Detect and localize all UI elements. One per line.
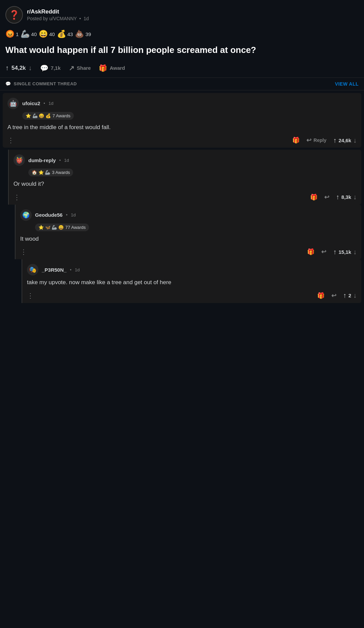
- award-count-5: 39: [85, 31, 91, 37]
- more-options-icon-4[interactable]: ⋮: [27, 292, 34, 300]
- comment-awards-1: ⭐ 🦾 😄 💰 7 Awards: [7, 112, 357, 120]
- posted-by: Posted by u/VCMANNY • 1d: [27, 16, 89, 21]
- comment-time-2: •: [59, 158, 61, 163]
- subreddit-name[interactable]: r/AskReddit: [27, 8, 89, 15]
- award-count-1: 1: [16, 31, 19, 37]
- single-comment-label: 💬 SINGLE COMMENT THREAD: [5, 81, 77, 86]
- award-badge-3: ⭐ 🦋 🦾 😄 77 Awards: [35, 223, 89, 231]
- comment-vote-count-2: 8,3k: [341, 194, 351, 200]
- reply-button-4[interactable]: ↩: [331, 292, 336, 299]
- comment-avatar-3[interactable]: 🌍: [20, 209, 32, 221]
- award-item-3: 😄 40: [39, 30, 55, 38]
- award-item-4: 💰 43: [57, 30, 73, 38]
- comment-age-2: 1d: [64, 158, 69, 163]
- comment-upvote-icon-3[interactable]: ↑: [333, 248, 336, 256]
- award-emoji-2: 🦾: [21, 30, 30, 38]
- comment-card-4: 🎭 _P3R50N_ • 1d take my upvote. now make…: [22, 259, 361, 303]
- award-badge-1: ⭐ 🦾 😄 💰 7 Awards: [22, 112, 74, 120]
- comment-text-3: It wood: [20, 235, 357, 243]
- reply-button-2[interactable]: ↩: [324, 193, 329, 201]
- comment-icon: 💬: [40, 64, 49, 72]
- comment-downvote-icon-1[interactable]: ↓: [353, 137, 357, 144]
- comment-vote-1: ↑ 24,6k ↓: [333, 137, 357, 144]
- comment-header-4: 🎭 _P3R50N_ • 1d: [27, 264, 357, 275]
- downvote-icon[interactable]: ↓: [29, 64, 32, 72]
- more-options-icon-2[interactable]: ⋮: [13, 193, 20, 201]
- award-item-1: 😡 1: [5, 30, 19, 38]
- subreddit-avatar[interactable]: ❓: [5, 6, 23, 24]
- comment-avatar-1[interactable]: 🤖: [7, 98, 19, 109]
- comments-button[interactable]: 💬 7,1k: [40, 64, 61, 72]
- comment-vote-3: ↑ 15,1k ↓: [333, 248, 357, 256]
- award-count-2: 40: [31, 31, 37, 37]
- comment-vote-count-3: 15,1k: [338, 249, 351, 255]
- avatar-emoji: ❓: [9, 10, 20, 20]
- comment-age-4: 1d: [75, 267, 80, 272]
- comment-text-1: A tree in the middle of a forest would f…: [7, 123, 357, 132]
- comment-text-2: Or would it?: [13, 180, 357, 188]
- comment-time-3: •: [66, 212, 68, 217]
- award-emojis-3: ⭐ 🦋 🦾 😄: [38, 225, 64, 230]
- post-upvote-count: 54,2k: [11, 65, 26, 71]
- reply-icon-4: ↩: [331, 292, 336, 299]
- comment-age-1: 1d: [49, 101, 53, 106]
- comment-username-1[interactable]: ufoicu2: [22, 100, 40, 106]
- add-award-icon-3: 🎁: [307, 248, 314, 256]
- comment-upvote-icon-1[interactable]: ↑: [333, 137, 336, 144]
- post-header: ❓ r/AskReddit Posted by u/VCMANNY • 1d: [0, 0, 364, 28]
- reply-button-1[interactable]: ↩ Reply: [306, 137, 326, 144]
- comment-actions-1: ⋮ 🎁 ↩ Reply ↑ 24,6k ↓: [7, 136, 357, 144]
- comment-downvote-icon-2[interactable]: ↓: [353, 193, 357, 201]
- view-all-button[interactable]: VIEW ALL: [335, 81, 359, 87]
- reply-icon-3: ↩: [321, 248, 326, 256]
- post-title: What would happen if all 7 billion peopl…: [0, 42, 364, 61]
- add-award-button-4[interactable]: 🎁: [317, 292, 325, 299]
- add-award-button-2[interactable]: 🎁: [310, 193, 317, 201]
- comment-username-2[interactable]: dumb-reply: [28, 157, 56, 163]
- award-emoji-4: 💰: [57, 30, 66, 38]
- single-comment-thread-bar: 💬 SINGLE COMMENT THREAD VIEW ALL: [0, 78, 364, 90]
- post-awards-row: 😡 1 🦾 40 😄 40 💰 43 💩 39: [0, 28, 364, 42]
- comment-awards-3: ⭐ 🦋 🦾 😄 77 Awards: [20, 223, 357, 231]
- award-item-5: 💩 39: [75, 30, 91, 38]
- more-options-icon-3[interactable]: ⋮: [20, 248, 27, 256]
- add-award-icon-4: 🎁: [317, 292, 325, 299]
- comment-header-2: 👹 dumb-reply • 1d: [13, 154, 357, 166]
- award-emoji-1: 😡: [5, 30, 14, 38]
- award-button[interactable]: 🎁 Award: [99, 64, 125, 72]
- award-count-4: 43: [67, 31, 73, 37]
- comment-header-3: 🌍 Geodude56 • 1d: [20, 209, 357, 221]
- comment-card-2: 👹 dumb-reply • 1d 🏠 ⭐ 🦾 3 Awards Or woul…: [8, 150, 361, 205]
- reply-icon-1: ↩: [306, 137, 311, 144]
- comment-vote-count-1: 24,6k: [338, 138, 351, 143]
- add-award-icon-1: 🎁: [292, 137, 300, 144]
- comment-avatar-4[interactable]: 🎭: [27, 264, 38, 275]
- award-emoji-5: 💩: [75, 30, 84, 38]
- comment-username-3[interactable]: Geodude56: [35, 212, 63, 218]
- comment-vote-2: ↑ 8,3k ↓: [336, 193, 357, 201]
- share-button[interactable]: ↗ Share: [69, 64, 91, 72]
- reply-button-3[interactable]: ↩: [321, 248, 326, 256]
- comment-header-1: 🤖 ufoicu2 • 1d: [7, 98, 357, 109]
- comment-downvote-icon-4[interactable]: ↓: [353, 292, 357, 299]
- add-award-button-3[interactable]: 🎁: [307, 248, 314, 256]
- comment-upvote-icon-4[interactable]: ↑: [343, 292, 346, 299]
- add-award-icon-2: 🎁: [310, 193, 317, 201]
- award-emoji-3: 😄: [39, 30, 48, 38]
- comment-vote-4: ↑ 2 ↓: [343, 292, 357, 299]
- award-icon: 🎁: [99, 64, 107, 72]
- vote-section: ↑ 54,2k ↓: [5, 64, 32, 72]
- comment-upvote-icon-2[interactable]: ↑: [336, 193, 339, 201]
- comment-age-3: 1d: [71, 212, 75, 217]
- comment-downvote-icon-3[interactable]: ↓: [353, 248, 357, 256]
- comment-thread-icon: 💬: [5, 81, 11, 86]
- comment-time-4: •: [70, 267, 71, 272]
- more-options-icon-1[interactable]: ⋮: [7, 136, 14, 144]
- comment-username-4[interactable]: _P3R50N_: [42, 267, 66, 273]
- upvote-icon[interactable]: ↑: [5, 64, 9, 72]
- award-badge-2: 🏠 ⭐ 🦾 3 Awards: [28, 169, 73, 176]
- comment-avatar-2[interactable]: 👹: [13, 154, 25, 166]
- add-award-button-1[interactable]: 🎁: [292, 137, 300, 144]
- comment-text-4: take my upvote. now make like a tree and…: [27, 278, 357, 287]
- reply-icon-2: ↩: [324, 193, 329, 201]
